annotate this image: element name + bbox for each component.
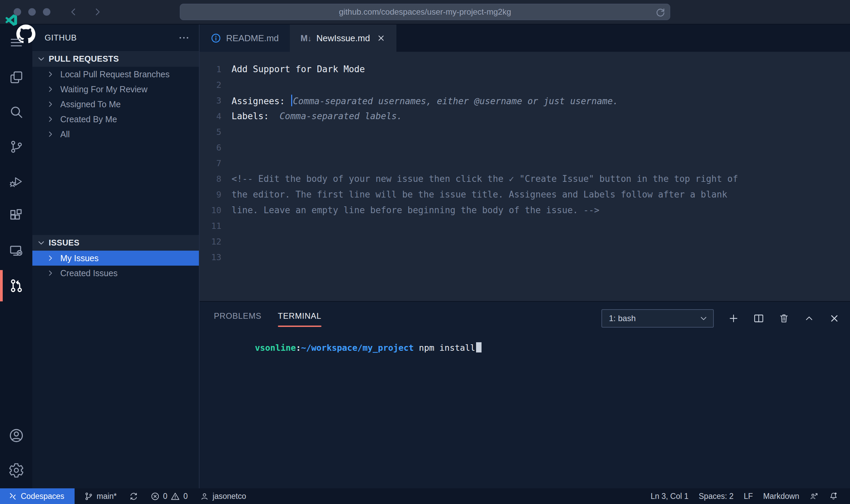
line-content: Assignees: Comma-separated usernames, ei… — [232, 95, 618, 106]
url-text: github.com/codespaces/user-my-project-mg… — [339, 7, 511, 17]
status-notifications-button[interactable] — [824, 488, 843, 504]
panel-tab-terminal[interactable]: TERMINAL — [278, 311, 321, 326]
more-actions-icon[interactable] — [178, 32, 190, 44]
activity-explorer[interactable] — [0, 67, 32, 88]
line-number: 3 — [200, 96, 221, 106]
status-label: LF — [744, 492, 753, 501]
status-cursor-position[interactable]: Ln 3, Col 1 — [646, 488, 694, 504]
status-problems-indicator[interactable]: 00 — [144, 488, 194, 504]
reload-icon[interactable] — [655, 7, 666, 18]
back-button[interactable] — [68, 6, 79, 17]
panel-toolbar: 1: bash — [601, 309, 840, 328]
status-language-mode[interactable]: Markdown — [758, 488, 804, 504]
markdown-icon: M↓ — [301, 33, 312, 44]
activity-settings[interactable] — [0, 462, 32, 478]
sidebar-header: GITHUB — [32, 25, 199, 51]
line-content: line. Leave an empty line before beginni… — [232, 205, 599, 215]
chevron-right-icon — [46, 100, 55, 109]
status-eol-indicator[interactable]: LF — [739, 488, 758, 504]
kill-terminal-icon[interactable] — [778, 313, 789, 324]
status-bar: Codespacesmain*00jasonetco Ln 3, Col 1Sp… — [0, 488, 850, 504]
editor-group: README.mdM↓NewIssue.md 1Add Support for … — [200, 25, 850, 488]
window-maximize-button[interactable] — [43, 8, 50, 16]
sidebar-item-label: My Issues — [60, 253, 99, 263]
chevron-right-icon — [46, 130, 55, 139]
line-number: 13 — [200, 252, 221, 262]
bell-icon — [829, 492, 838, 501]
sidebar-item-label: Assigned To Me — [60, 99, 121, 109]
status-indentation[interactable]: Spaces: 2 — [694, 488, 739, 504]
activity-menu-toggle[interactable] — [0, 32, 32, 53]
section-header-pull-requests[interactable]: PULL REQUESTS — [32, 51, 199, 67]
editor-line: 8<!-- Edit the body of your new issue th… — [200, 171, 850, 187]
activity-account[interactable] — [0, 428, 32, 443]
sidebar-item-local-pull-request-branches[interactable]: Local Pull Request Branches — [32, 67, 199, 82]
editor-line: 4Labels: Comma-separated labels. — [200, 108, 850, 124]
terminal-path: ~/workspace/my_project — [301, 343, 414, 353]
sync-icon — [129, 492, 138, 501]
error-icon — [151, 492, 160, 501]
activity-source-control[interactable] — [0, 137, 32, 157]
status-branch-indicator[interactable]: main* — [78, 488, 123, 504]
editor-line: 10line. Leave an empty line before begin… — [200, 202, 850, 218]
terminal-command: npm install — [414, 343, 475, 353]
sidebar-item-label: Local Pull Request Branches — [60, 69, 170, 79]
activity-run-and-debug[interactable] — [0, 171, 32, 192]
sidebar: GITHUB PULL REQUESTSLocal Pull Request B… — [32, 25, 200, 488]
split-terminal-icon[interactable] — [753, 313, 764, 324]
sidebar-item-waiting-for-my-review[interactable]: Waiting For My Review — [32, 82, 199, 97]
status-feedback-button[interactable] — [804, 488, 824, 504]
collapse-panel-icon[interactable] — [804, 313, 815, 324]
tab-readme-md[interactable]: README.md — [200, 25, 290, 52]
section-header-issues[interactable]: ISSUES — [32, 235, 199, 251]
line-number: 11 — [200, 221, 221, 231]
code-segment: line. Leave an empty line before beginni… — [232, 205, 599, 215]
code-segment: Add Support for Dark Mode — [232, 64, 365, 74]
editor-line: 9the editor. The first line will be the … — [200, 187, 850, 202]
close-panel-icon[interactable] — [829, 313, 840, 324]
status-sync-button[interactable] — [123, 488, 144, 504]
sidebar-item-my-issues[interactable]: My Issues — [32, 251, 199, 266]
activity-remote-explorer[interactable] — [0, 241, 32, 261]
editor[interactable]: 1Add Support for Dark Mode23Assignees: C… — [200, 52, 850, 301]
status-label: Markdown — [763, 492, 799, 501]
forward-button[interactable] — [92, 6, 103, 17]
status-account-indicator[interactable]: jasonetco — [194, 488, 252, 504]
panel-tab-problems[interactable]: PROBLEMS — [214, 311, 262, 326]
editor-line: 6 — [200, 140, 850, 155]
line-number: 8 — [200, 174, 221, 184]
sidebar-item-created-by-me[interactable]: Created By Me — [32, 112, 199, 127]
editor-line: 1Add Support for Dark Mode — [200, 61, 850, 77]
line-content: <!-- Edit the body of your new issue the… — [232, 174, 738, 184]
chevron-right-icon — [46, 254, 55, 263]
terminal-session-select[interactable]: 1: bash — [601, 309, 714, 328]
status-label: Spaces: 2 — [699, 492, 734, 501]
line-number: 9 — [200, 190, 221, 200]
sidebar-item-assigned-to-me[interactable]: Assigned To Me — [32, 97, 199, 112]
activity-extensions[interactable] — [0, 206, 32, 226]
editor-line: 2 — [200, 77, 850, 93]
sidebar-item-created-issues[interactable]: Created Issues — [32, 266, 199, 281]
sidebar-item-all[interactable]: All — [32, 127, 199, 142]
line-number: 4 — [200, 111, 221, 121]
sidebar-item-label: Created Issues — [60, 268, 117, 278]
editor-line: 5 — [200, 124, 850, 140]
line-number: 2 — [200, 80, 221, 90]
code-segment: Comma-separated labels. — [280, 111, 402, 121]
line-number: 7 — [200, 158, 221, 168]
info-icon — [210, 33, 221, 44]
window-minimize-button[interactable] — [28, 8, 36, 16]
terminal-session-value: 1: bash — [609, 314, 699, 323]
address-bar[interactable]: github.com/codespaces/user-my-project-mg… — [180, 4, 670, 20]
line-number: 10 — [200, 205, 221, 215]
sidebar-title: GITHUB — [45, 33, 178, 43]
status-codespaces-indicator[interactable]: Codespaces — [0, 488, 75, 504]
activity-search[interactable] — [0, 102, 32, 122]
tab-newissue-md[interactable]: M↓NewIssue.md — [290, 25, 397, 52]
terminal[interactable]: vsonline:~/workspace/my_project npm inst… — [214, 332, 850, 363]
close-tab-icon[interactable] — [377, 34, 385, 43]
code-segment: the editor. The first line will be the i… — [232, 189, 727, 200]
new-terminal-icon[interactable] — [728, 313, 739, 324]
section-label: PULL REQUESTS — [49, 54, 119, 64]
activity-github-pull-requests[interactable] — [0, 275, 32, 296]
